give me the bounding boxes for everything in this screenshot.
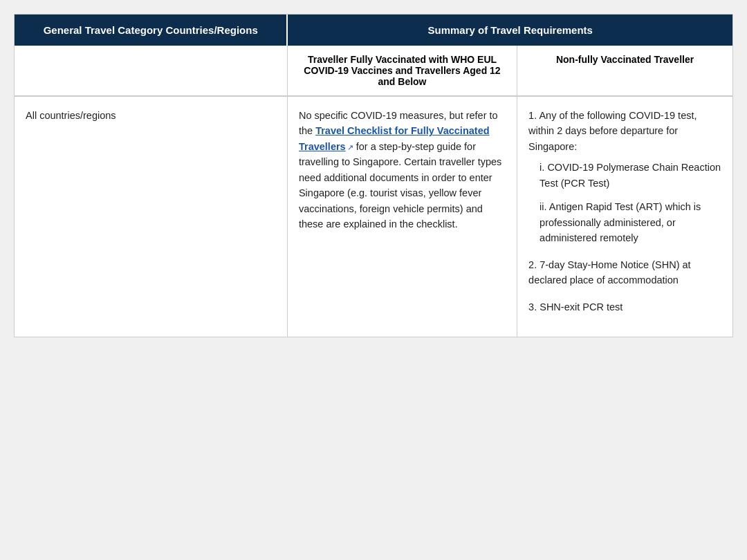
list-number: 1. xyxy=(528,110,539,121)
roman-numeral: i. xyxy=(540,162,547,173)
sub-list: i. COVID-19 Polymerase Chain Reaction Te… xyxy=(540,160,721,245)
list-item: 2. 7-day Stay-Home Notice (SHN) at decla… xyxy=(528,257,721,288)
list-item-text: Any of the following COVID-19 test, with… xyxy=(528,110,697,152)
list-item: 1. Any of the following COVID-19 test, w… xyxy=(528,108,721,246)
list-item-text: SHN-exit PCR test xyxy=(540,301,622,312)
travel-requirements-table: General Travel Category Countries/Region… xyxy=(14,14,733,337)
table-header-row-1: General Travel Category Countries/Region… xyxy=(15,15,732,46)
col-summary-header: Summary of Travel Requirements xyxy=(287,15,732,46)
vaccinated-text-2: for a step-by-step guide for travelling … xyxy=(299,141,501,230)
cell-non-vaccinated-info: 1. Any of the following COVID-19 test, w… xyxy=(517,96,732,337)
subheader-empty xyxy=(15,46,287,96)
cell-country: All countries/regions xyxy=(15,96,287,337)
table-row: All countries/regions No specific COVID-… xyxy=(15,96,732,337)
cell-vaccinated-info: No specific COVID-19 measures, but refer… xyxy=(287,96,517,337)
roman-numeral: ii. xyxy=(540,201,549,212)
sub-list-item-text: COVID-19 Polymerase Chain Reaction Test … xyxy=(540,162,721,188)
col-category-header: General Travel Category Countries/Region… xyxy=(15,15,287,46)
sub-list-item: i. COVID-19 Polymerase Chain Reaction Te… xyxy=(540,160,721,191)
list-item: 3. SHN-exit PCR test xyxy=(528,299,721,315)
sub-list-item: ii. Antigen Rapid Test (ART) which is pr… xyxy=(540,199,721,245)
list-number: 3. xyxy=(528,301,540,312)
external-link-icon: ↗ xyxy=(347,142,353,153)
sub-list-item-text: Antigen Rapid Test (ART) which is profes… xyxy=(540,201,701,243)
table-header-row-2: Traveller Fully Vaccinated with WHO EUL … xyxy=(15,46,732,96)
subheader-non-vaccinated: Non-fully Vaccinated Traveller xyxy=(517,46,732,96)
list-item-text: 7-day Stay-Home Notice (SHN) at declared… xyxy=(528,259,691,286)
non-vax-requirements-list: 1. Any of the following COVID-19 test, w… xyxy=(528,108,721,315)
list-number: 2. xyxy=(528,259,540,270)
subheader-vaccinated: Traveller Fully Vaccinated with WHO EUL … xyxy=(287,46,517,96)
